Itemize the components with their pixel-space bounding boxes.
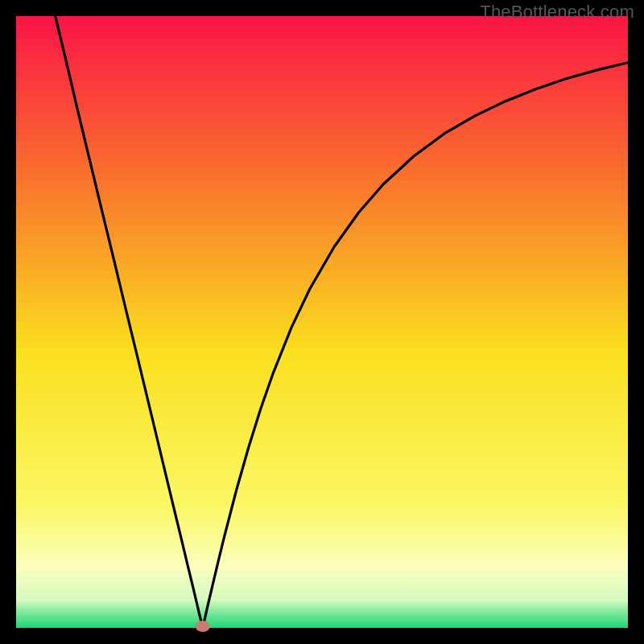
chart-svg [0, 0, 644, 644]
bottleneck-chart: TheBottleneck.com [0, 0, 644, 644]
watermark-text: TheBottleneck.com [480, 2, 634, 23]
optimum-marker [196, 621, 210, 632]
chart-plot-area [16, 16, 628, 628]
